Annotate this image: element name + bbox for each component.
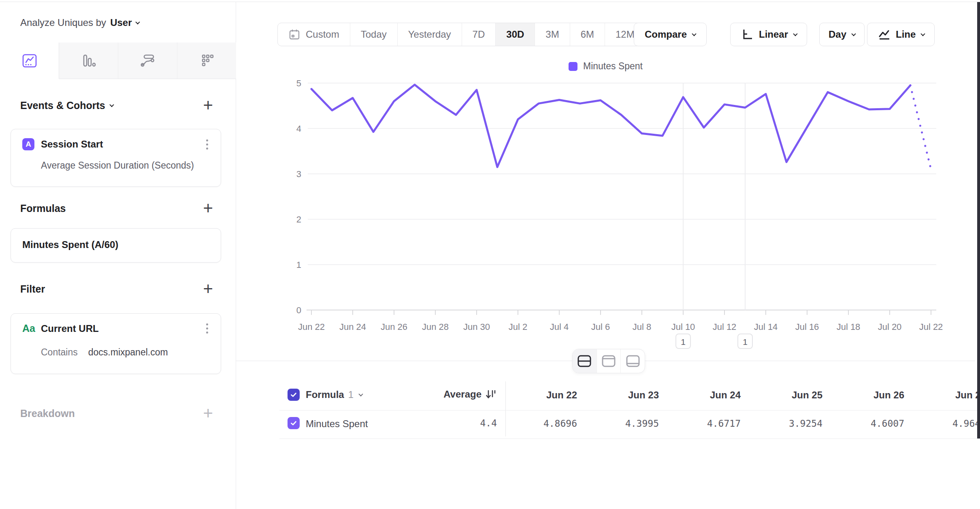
add-event-button[interactable]: + — [203, 99, 213, 111]
series-row-label[interactable]: Minutes Spent — [306, 418, 368, 430]
results-table: Formula 1 Average Minutes Spent 4.4 Jun … — [236, 379, 980, 439]
table-cell: 3.9254 — [741, 418, 822, 429]
x-axis-label: Jun 22 — [298, 322, 325, 332]
tab-metrics[interactable] — [177, 43, 236, 79]
row-checkbox[interactable] — [288, 417, 300, 429]
line-chart-icon — [877, 28, 891, 41]
calendar-icon — [288, 28, 300, 41]
formula-card[interactable]: Minutes Spent (A/60) — [11, 228, 221, 263]
event-card[interactable]: A Session Start Average Session Duration… — [11, 129, 221, 187]
svg-text:4: 4 — [296, 124, 301, 134]
formulas-section-title: Formulas — [20, 203, 66, 214]
formulas-section-header: Formulas + — [20, 202, 213, 214]
chart-type-button[interactable]: Line — [867, 23, 935, 46]
date-range-7d[interactable]: 7D — [462, 23, 496, 46]
table-col-header[interactable]: Jun 25 — [741, 389, 822, 401]
kebab-menu-icon[interactable] — [203, 323, 211, 334]
filter-card[interactable]: Aa Current URL Contains docs.mixpanel.co… — [11, 313, 221, 374]
events-section-header: Events & Cohorts + — [20, 99, 213, 111]
event-name[interactable]: Session Start — [41, 139, 196, 150]
tab-flow[interactable] — [118, 43, 177, 79]
metrics-tab-icon — [199, 53, 215, 69]
x-axis-label: Jun 26 — [381, 322, 407, 332]
x-axis-label: Jul 16 — [795, 322, 819, 332]
property-type-badge: Aa — [22, 323, 34, 334]
granularity-label: Day — [829, 29, 846, 40]
scale-button[interactable]: Linear — [730, 23, 807, 46]
analyze-value[interactable]: User — [110, 17, 132, 28]
date-range-control: CustomTodayYesterday7D30D3M6M12M — [277, 23, 646, 46]
table-col-header[interactable]: Jun 24 — [660, 389, 741, 401]
analyze-uniques-control[interactable]: Analyze Uniques by User — [20, 13, 139, 32]
table-col-header[interactable]: Jun 23 — [578, 389, 659, 401]
formula-name[interactable]: Minutes Spent (A/60) — [22, 239, 211, 250]
kebab-menu-icon[interactable] — [203, 139, 211, 150]
layout-split-button[interactable] — [573, 349, 597, 373]
layout-chart-button[interactable] — [597, 349, 621, 373]
add-filter-button[interactable]: + — [203, 283, 213, 295]
table-col-header[interactable]: Jun 22 — [496, 389, 577, 401]
tab-bar-chart[interactable] — [59, 43, 118, 79]
table-cell: 4.8696 — [496, 418, 577, 429]
tab-line-chart[interactable] — [0, 43, 59, 79]
svg-text:2: 2 — [296, 214, 301, 225]
event-aggregation[interactable]: Average Session Duration (Seconds) — [41, 160, 194, 171]
flow-tab-icon — [140, 53, 156, 69]
compare-button[interactable]: Compare — [634, 23, 707, 46]
x-axis-label: Jul 8 — [633, 322, 651, 332]
average-header-label: Average — [443, 389, 481, 400]
date-range-yesterday[interactable]: Yesterday — [398, 23, 462, 46]
breakdown-section-header: Breakdown + — [20, 407, 213, 419]
table-col-header[interactable]: Jun 26 — [823, 389, 904, 401]
x-axis-label: Jul 14 — [754, 322, 778, 332]
bar-chart-tab-icon — [81, 53, 97, 69]
events-section-title[interactable]: Events & Cohorts — [20, 100, 113, 111]
x-axis-label: Jul 2 — [509, 322, 527, 332]
average-column-header[interactable]: Average — [366, 388, 497, 400]
x-axis-label: Jul 4 — [550, 322, 569, 332]
table-col-header[interactable]: Jun 27 — [905, 389, 980, 401]
breakdown-section-title: Breakdown — [20, 408, 75, 419]
x-axis-label: Jun 30 — [463, 322, 490, 332]
event-letter-badge: A — [22, 138, 34, 150]
insights-report-page: Analyze Uniques by User — [0, 0, 980, 509]
analyze-label: Analyze Uniques by — [20, 17, 106, 28]
formula-column-header[interactable]: Formula 1 — [306, 389, 362, 400]
date-range-6m[interactable]: 6M — [570, 23, 605, 46]
line-chart[interactable]: 012345Jun 22Jun 24Jun 26Jun 28Jun 30Jul … — [236, 49, 975, 361]
chevron-down-icon — [692, 32, 696, 36]
chevron-down-icon — [109, 103, 114, 107]
x-axis-label: Jul 12 — [713, 322, 737, 332]
linear-axis-icon — [740, 28, 754, 41]
filter-section-header: Filter + — [20, 283, 213, 295]
formula-header-label: Formula — [306, 389, 344, 400]
x-axis-label: Jul 10 — [671, 322, 695, 332]
filter-operator[interactable]: Contains — [41, 347, 78, 358]
average-value: 4.4 — [366, 418, 497, 428]
table-cell: 4.6007 — [823, 418, 904, 429]
formula-header-number: 1 — [348, 389, 354, 400]
sort-desc-icon[interactable] — [485, 388, 497, 400]
svg-text:5: 5 — [296, 78, 301, 88]
compare-label: Compare — [645, 29, 687, 40]
svg-text:0: 0 — [296, 305, 301, 315]
add-formula-button[interactable]: + — [203, 202, 213, 214]
date-range-today[interactable]: Today — [350, 23, 398, 46]
table-cell: 4.3995 — [578, 418, 659, 429]
layout-table-button[interactable] — [621, 349, 645, 373]
date-range-30d[interactable]: 30D — [496, 23, 535, 46]
svg-text:3: 3 — [296, 169, 301, 179]
scale-label: Linear — [759, 29, 788, 40]
date-range-3m[interactable]: 3M — [535, 23, 570, 46]
table-cell: 4.9640 — [905, 418, 980, 429]
filter-value[interactable]: docs.mixpanel.com — [88, 347, 168, 358]
svg-text:1: 1 — [681, 337, 686, 346]
filter-property-name[interactable]: Current URL — [41, 323, 196, 334]
x-axis-label: Jul 22 — [919, 322, 943, 332]
right-panel-edge — [977, 2, 980, 438]
date-range-custom[interactable]: Custom — [278, 23, 350, 46]
select-all-checkbox[interactable] — [288, 389, 300, 401]
chevron-down-icon — [135, 20, 140, 24]
granularity-button[interactable]: Day — [819, 23, 865, 46]
add-breakdown-button[interactable]: + — [203, 407, 213, 419]
